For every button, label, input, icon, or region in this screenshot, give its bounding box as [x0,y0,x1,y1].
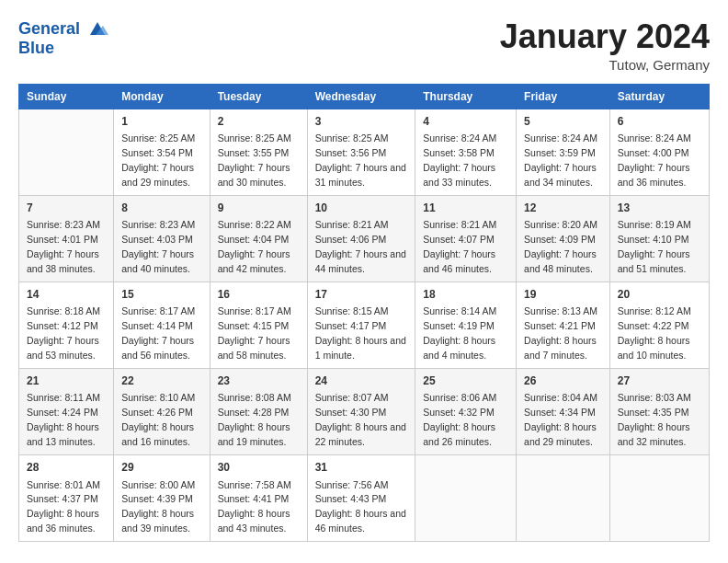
day-number: 16 [218,287,300,303]
day-cell: 1Sunrise: 8:25 AMSunset: 3:54 PMDaylight… [114,109,210,195]
day-cell: 9Sunrise: 8:22 AMSunset: 4:04 PMDaylight… [210,195,307,282]
daylight: Daylight: 7 hours and 33 minutes. [423,162,495,188]
sunset: Sunset: 3:59 PM [524,147,596,158]
sunrise: Sunrise: 8:24 AM [618,132,691,144]
col-tuesday: Tuesday [210,84,307,109]
sunrise: Sunrise: 8:14 AM [423,305,496,316]
daylight: Daylight: 7 hours and 31 minutes. [315,162,406,188]
sunset: Sunset: 4:06 PM [315,234,387,245]
sunset: Sunset: 4:39 PM [121,493,193,504]
sunrise: Sunrise: 8:23 AM [27,219,100,230]
sunrise: Sunrise: 8:25 AM [121,132,195,144]
sunset: Sunset: 4:37 PM [27,493,98,504]
sunset: Sunset: 4:03 PM [121,234,193,245]
daylight: Daylight: 7 hours and 51 minutes. [618,248,690,274]
daylight: Daylight: 7 hours and 30 minutes. [218,162,290,188]
daylight: Daylight: 7 hours and 56 minutes. [121,335,194,361]
sunrise: Sunrise: 8:21 AM [315,219,389,230]
day-number: 29 [121,460,201,476]
sunrise: Sunrise: 8:24 AM [524,132,597,144]
sunrise: Sunrise: 7:58 AM [218,479,291,490]
week-row-2: 7Sunrise: 8:23 AMSunset: 4:01 PMDaylight… [19,195,710,282]
col-saturday: Saturday [609,84,709,109]
daylight: Daylight: 7 hours and 46 minutes. [423,248,495,274]
daylight: Daylight: 7 hours and 42 minutes. [218,248,290,274]
day-cell [415,455,517,542]
day-number: 14 [27,287,106,303]
sunset: Sunset: 4:32 PM [423,407,495,418]
day-cell: 14Sunrise: 8:18 AMSunset: 4:12 PMDayligh… [19,282,114,368]
sunrise: Sunrise: 8:00 AM [121,479,195,490]
day-cell: 19Sunrise: 8:13 AMSunset: 4:21 PMDayligh… [517,282,610,368]
day-cell: 6Sunrise: 8:24 AMSunset: 4:00 PMDaylight… [609,109,709,195]
sunset: Sunset: 4:12 PM [27,320,98,331]
sunrise: Sunrise: 8:24 AM [423,132,496,144]
day-number: 12 [524,201,602,216]
sunset: Sunset: 4:26 PM [121,407,193,418]
sunrise: Sunrise: 8:23 AM [121,219,195,230]
daylight: Daylight: 8 hours and 39 minutes. [121,508,194,534]
day-number: 5 [524,114,602,130]
daylight: Daylight: 8 hours and 13 minutes. [27,421,99,447]
day-cell: 30Sunrise: 7:58 AMSunset: 4:41 PMDayligh… [210,455,307,542]
col-thursday: Thursday [415,84,517,109]
day-cell: 5Sunrise: 8:24 AMSunset: 3:59 PMDaylight… [517,109,610,195]
daylight: Daylight: 7 hours and 44 minutes. [315,248,406,274]
sunset: Sunset: 4:24 PM [27,407,98,418]
daylight: Daylight: 7 hours and 38 minutes. [27,248,99,274]
day-cell [517,455,610,542]
day-number: 20 [618,287,701,303]
daylight: Daylight: 8 hours and 10 minutes. [618,335,690,361]
sunset: Sunset: 4:14 PM [121,320,193,331]
week-row-5: 28Sunrise: 8:01 AMSunset: 4:37 PMDayligh… [19,455,710,542]
day-cell: 27Sunrise: 8:03 AMSunset: 4:35 PMDayligh… [609,369,709,455]
day-cell: 12Sunrise: 8:20 AMSunset: 4:09 PMDayligh… [517,195,610,282]
day-number: 15 [121,287,201,303]
col-sunday: Sunday [19,84,114,109]
day-cell: 25Sunrise: 8:06 AMSunset: 4:32 PMDayligh… [415,369,517,455]
day-cell: 8Sunrise: 8:23 AMSunset: 4:03 PMDaylight… [114,195,210,282]
day-cell: 31Sunrise: 7:56 AMSunset: 4:43 PMDayligh… [307,455,415,542]
week-row-4: 21Sunrise: 8:11 AMSunset: 4:24 PMDayligh… [19,369,710,455]
daylight: Daylight: 8 hours and 46 minutes. [315,508,406,534]
day-cell: 16Sunrise: 8:17 AMSunset: 4:15 PMDayligh… [210,282,307,368]
week-row-3: 14Sunrise: 8:18 AMSunset: 4:12 PMDayligh… [19,282,710,368]
location: Tutow, Germany [500,57,710,73]
daylight: Daylight: 8 hours and 22 minutes. [315,421,406,447]
day-cell: 2Sunrise: 8:25 AMSunset: 3:55 PMDaylight… [210,109,307,195]
day-number: 18 [423,287,508,303]
day-number: 9 [218,201,300,216]
logo-text: General [18,18,108,40]
sunset: Sunset: 4:15 PM [218,320,290,331]
sunset: Sunset: 4:17 PM [315,320,387,331]
day-number: 13 [618,201,701,216]
day-cell: 20Sunrise: 8:12 AMSunset: 4:22 PMDayligh… [609,282,709,368]
sunset: Sunset: 4:04 PM [218,234,290,245]
day-cell [19,109,114,195]
month-title: January 2024 [500,18,710,55]
day-cell: 18Sunrise: 8:14 AMSunset: 4:19 PMDayligh… [415,282,517,368]
sunrise: Sunrise: 8:03 AM [618,392,691,403]
header-row: Sunday Monday Tuesday Wednesday Thursday… [19,84,710,109]
day-cell: 3Sunrise: 8:25 AMSunset: 3:56 PMDaylight… [307,109,415,195]
day-cell: 22Sunrise: 8:10 AMSunset: 4:26 PMDayligh… [114,369,210,455]
col-friday: Friday [517,84,610,109]
sunrise: Sunrise: 7:56 AM [315,479,389,490]
sunrise: Sunrise: 8:22 AM [218,219,291,230]
day-number: 26 [524,373,602,389]
sunset: Sunset: 3:58 PM [423,147,495,158]
day-cell: 7Sunrise: 8:23 AMSunset: 4:01 PMDaylight… [19,195,114,282]
logo: General Blue [18,18,108,58]
day-cell: 17Sunrise: 8:15 AMSunset: 4:17 PMDayligh… [307,282,415,368]
daylight: Daylight: 8 hours and 26 minutes. [423,421,495,447]
sunrise: Sunrise: 8:13 AM [524,305,597,316]
daylight: Daylight: 8 hours and 7 minutes. [524,335,597,361]
day-number: 11 [423,201,508,216]
daylight: Daylight: 8 hours and 1 minute. [315,335,406,361]
sunset: Sunset: 4:41 PM [218,493,290,504]
daylight: Daylight: 8 hours and 29 minutes. [524,421,597,447]
sunset: Sunset: 3:54 PM [121,147,193,158]
sunrise: Sunrise: 8:21 AM [423,219,496,230]
week-row-1: 1Sunrise: 8:25 AMSunset: 3:54 PMDaylight… [19,109,710,195]
sunset: Sunset: 4:35 PM [618,407,689,418]
